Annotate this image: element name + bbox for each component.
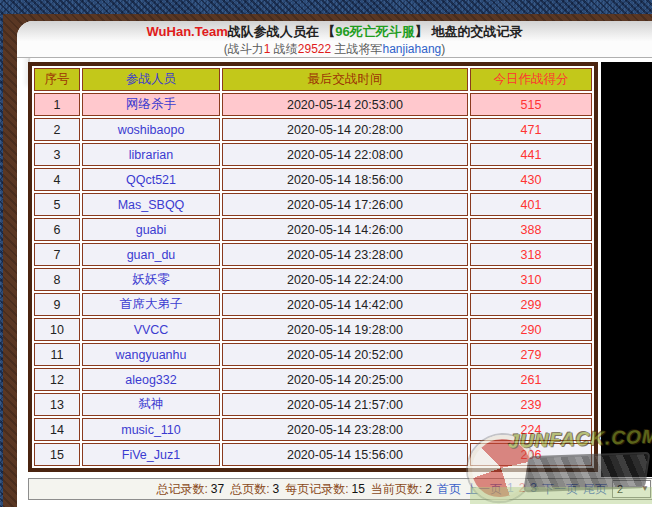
footer-stat: 总页数:3 xyxy=(230,481,279,498)
stat-label: 当前页数: xyxy=(371,481,422,498)
player-link[interactable]: librarian xyxy=(82,143,220,166)
stat-label: 总页数: xyxy=(230,481,269,498)
column-header-lasttime: 最后交战时间 xyxy=(222,68,468,91)
player-link[interactable]: music_110 xyxy=(82,418,220,441)
table-row: 10VVCC2020-05-14 19:28:00290 xyxy=(34,318,592,341)
battle-time: 2020-05-14 14:42:00 xyxy=(222,293,468,316)
row-number: 13 xyxy=(34,393,80,416)
row-number: 11 xyxy=(34,343,80,366)
score-value: 515 xyxy=(470,93,592,116)
player-link[interactable]: 首席大弟子 xyxy=(82,293,220,316)
general-name: hanjiahang xyxy=(383,42,442,56)
header-row: 序号 参战人员 最后交战时间 今日作战得分 xyxy=(34,68,592,91)
table-row: 7guan_du2020-05-14 23:28:00318 xyxy=(34,243,592,266)
table-row: 2woshibaopo2020-05-14 20:28:00471 xyxy=(34,118,592,141)
score-value: 441 xyxy=(470,143,592,166)
table-row: 5Mas_SBQQ2020-05-14 17:26:00401 xyxy=(34,193,592,216)
pagination-links: 首页上一页123下一页尾页 xyxy=(437,481,607,498)
stat-label: 每页记录数: xyxy=(285,481,348,498)
column-header-index: 序号 xyxy=(34,68,80,91)
team-name: WuHan.Team xyxy=(147,24,228,39)
stat-value: 15 xyxy=(352,482,365,496)
row-number: 4 xyxy=(34,168,80,191)
battle-time: 2020-05-14 20:28:00 xyxy=(222,118,468,141)
player-link[interactable]: Mas_SBQQ xyxy=(82,193,220,216)
table-row: 4QQct5212020-05-14 18:56:00430 xyxy=(34,168,592,191)
score-value: 388 xyxy=(470,218,592,241)
row-number: 15 xyxy=(34,443,80,466)
page-select-value: 2 xyxy=(617,483,623,495)
player-link[interactable]: VVCC xyxy=(82,318,220,341)
table-body: 1网络杀手2020-05-14 20:53:005152woshibaopo20… xyxy=(34,93,592,466)
player-link[interactable]: guabi xyxy=(82,218,220,241)
score-value: 239 xyxy=(470,393,592,416)
score-value: 224 xyxy=(470,418,592,441)
column-header-score: 今日作战得分 xyxy=(470,68,592,91)
title-tail-text: 】 地盘的交战记录 xyxy=(415,24,523,39)
battle-time: 2020-05-14 23:28:00 xyxy=(222,418,468,441)
stat-value: 2 xyxy=(425,482,432,496)
pagination-link[interactable]: 2 xyxy=(519,481,526,498)
pagination-link[interactable]: 1 xyxy=(507,481,514,498)
subtitle-open: (战斗力 xyxy=(224,42,264,56)
player-link[interactable]: wangyuanhu xyxy=(82,343,220,366)
subtitle-mid1: 战绩 xyxy=(270,42,297,56)
score-value: 401 xyxy=(470,193,592,216)
table-row: 1网络杀手2020-05-14 20:53:00515 xyxy=(34,93,592,116)
battle-time: 2020-05-14 23:28:00 xyxy=(222,243,468,266)
battle-time: 2020-05-14 17:26:00 xyxy=(222,193,468,216)
player-link[interactable]: QQct521 xyxy=(82,168,220,191)
table-row: 13弑神2020-05-14 21:57:00239 xyxy=(34,393,592,416)
title-mid-text: 战队参战人员在 【 xyxy=(228,24,336,39)
score-value: 299 xyxy=(470,293,592,316)
chevron-down-icon: ▼ xyxy=(641,485,649,493)
battle-time: 2020-05-14 22:08:00 xyxy=(222,143,468,166)
table-row: 9首席大弟子2020-05-14 14:42:00299 xyxy=(34,293,592,316)
pagination-link[interactable]: 下一页 xyxy=(542,481,578,498)
row-number: 7 xyxy=(34,243,80,266)
score-value: 471 xyxy=(470,118,592,141)
score-value: 290 xyxy=(470,318,592,341)
row-number: 9 xyxy=(34,293,80,316)
stat-label: 总记录数: xyxy=(156,481,207,498)
player-link[interactable]: aleog332 xyxy=(82,368,220,391)
footer-stat: 每页记录数:15 xyxy=(285,481,365,498)
table-row: 11wangyuanhu2020-05-14 20:52:00279 xyxy=(34,343,592,366)
row-number: 14 xyxy=(34,418,80,441)
player-link[interactable]: woshibaopo xyxy=(82,118,220,141)
table-row: 15FiVe_Juz12020-05-14 15:56:00206 xyxy=(34,443,592,466)
player-link[interactable]: FiVe_Juz1 xyxy=(82,443,220,466)
row-number: 5 xyxy=(34,193,80,216)
pagination-link[interactable]: 3 xyxy=(530,481,537,498)
pagination-link[interactable]: 首页 xyxy=(437,481,461,498)
row-number: 12 xyxy=(34,368,80,391)
player-link[interactable]: guan_du xyxy=(82,243,220,266)
battle-records-table: 序号 参战人员 最后交战时间 今日作战得分 1网络杀手2020-05-14 20… xyxy=(28,62,598,472)
pagination-link[interactable]: 尾页 xyxy=(583,481,607,498)
battle-time: 2020-05-14 15:56:00 xyxy=(222,443,468,466)
table-row: 12aleog3322020-05-14 20:25:00261 xyxy=(34,368,592,391)
score-value: 318 xyxy=(470,243,592,266)
battle-time: 2020-05-14 20:53:00 xyxy=(222,93,468,116)
row-number: 2 xyxy=(34,118,80,141)
row-number: 8 xyxy=(34,268,80,291)
player-link[interactable]: 妖妖零 xyxy=(82,268,220,291)
server-name: 96死亡死斗服 xyxy=(335,24,414,39)
page-select-dropdown[interactable]: 2 ▼ xyxy=(612,480,651,498)
battle-time: 2020-05-14 20:25:00 xyxy=(222,368,468,391)
battle-record-value: 29522 xyxy=(298,42,331,56)
score-value: 206 xyxy=(470,443,592,466)
row-number: 10 xyxy=(34,318,80,341)
player-link[interactable]: 网络杀手 xyxy=(82,93,220,116)
player-link[interactable]: 弑神 xyxy=(82,393,220,416)
battle-time: 2020-05-14 14:26:00 xyxy=(222,218,468,241)
table-header: 序号 参战人员 最后交战时间 今日作战得分 xyxy=(34,68,592,91)
pagination-link[interactable]: 上一页 xyxy=(466,481,502,498)
battle-time: 2020-05-14 18:56:00 xyxy=(222,168,468,191)
page-title: WuHan.Team战队参战人员在 【96死亡死斗服】 地盘的交战记录 xyxy=(17,21,652,42)
battle-time: 2020-05-14 22:24:00 xyxy=(222,268,468,291)
score-value: 261 xyxy=(470,368,592,391)
score-value: 310 xyxy=(470,268,592,291)
stat-value: 3 xyxy=(273,482,280,496)
team-stats-line: (战斗力1 战绩29522 主战将军hanjiahang) xyxy=(17,42,652,58)
